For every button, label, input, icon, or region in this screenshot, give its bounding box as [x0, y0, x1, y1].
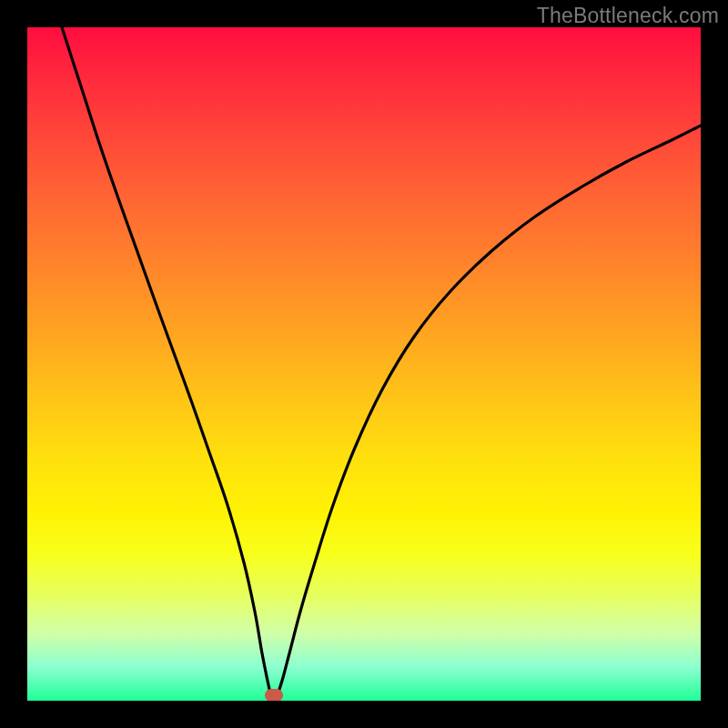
chart-frame: TheBottleneck.com [0, 0, 728, 728]
curve-left-branch [62, 27, 271, 697]
watermark-text: TheBottleneck.com [537, 4, 719, 28]
curve-layer [27, 27, 701, 701]
minimum-marker [265, 689, 283, 701]
curve-right-branch [277, 126, 701, 697]
plot-area [27, 27, 701, 701]
